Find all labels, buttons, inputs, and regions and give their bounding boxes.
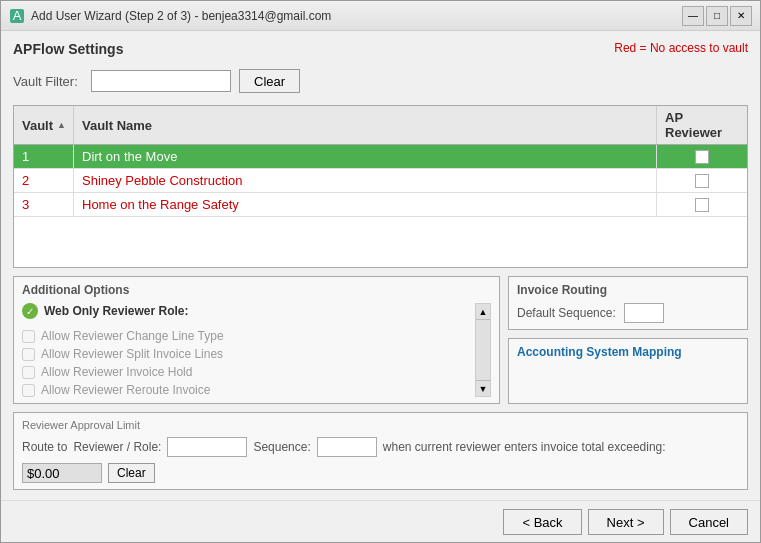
- option-item: Allow Reviewer Reroute Invoice: [22, 383, 475, 397]
- accounting-mapping-panel: Accounting System Mapping: [508, 338, 748, 404]
- vault-name-cell: Dirt on the Move: [74, 145, 657, 168]
- sequence-label: Sequence:: [253, 440, 310, 454]
- col-vault: Vault ▲: [14, 106, 74, 144]
- option-label: Allow Reviewer Reroute Invoice: [41, 383, 210, 397]
- main-content: APFlow Settings Red = No access to vault…: [1, 31, 760, 500]
- web-reviewer-row: Web Only Reviewer Role:: [22, 303, 475, 319]
- web-reviewer-label: Web Only Reviewer Role:: [44, 304, 189, 318]
- vault-num-cell: 2: [14, 169, 74, 192]
- scroll-up-button[interactable]: ▲: [476, 304, 490, 320]
- scrollbar[interactable]: ▲ ▼: [475, 303, 491, 397]
- table-row[interactable]: 3 Home on the Range Safety: [14, 193, 747, 217]
- vault-name-cell: Home on the Range Safety: [74, 193, 657, 216]
- sequence-input[interactable]: [317, 437, 377, 457]
- scroll-down-button[interactable]: ▼: [476, 380, 490, 396]
- invoice-routing-panel: Invoice Routing Default Sequence:: [508, 276, 748, 330]
- bottom-panels: Additional Options Web Only Reviewer Rol…: [13, 276, 748, 404]
- svg-text:A: A: [13, 8, 22, 23]
- cancel-button[interactable]: Cancel: [670, 509, 748, 535]
- vault-filter-row: Vault Filter: Clear: [13, 69, 748, 93]
- additional-options-title: Additional Options: [22, 283, 491, 297]
- default-seq-row: Default Sequence:: [517, 303, 739, 323]
- title-bar: A Add User Wizard (Step 2 of 3) - benjea…: [1, 1, 760, 31]
- amount-input[interactable]: [22, 463, 102, 483]
- accounting-title: Accounting System Mapping: [517, 345, 739, 359]
- vault-table-header: Vault ▲ Vault Name AP Reviewer: [14, 106, 747, 145]
- default-seq-label: Default Sequence:: [517, 306, 616, 320]
- vault-filter-label: Vault Filter:: [13, 74, 83, 89]
- vault-filter-input[interactable]: [91, 70, 231, 92]
- allow-split-invoice-checkbox[interactable]: [22, 348, 35, 361]
- minimize-button[interactable]: —: [682, 6, 704, 26]
- vault-num-cell: 1: [14, 145, 74, 168]
- main-window: A Add User Wizard (Step 2 of 3) - benjea…: [0, 0, 761, 543]
- ap-reviewer-checkbox[interactable]: [695, 150, 709, 164]
- red-note: Red = No access to vault: [614, 41, 748, 55]
- option-label: Allow Reviewer Split Invoice Lines: [41, 347, 223, 361]
- approval-row: Route to Reviewer / Role: Sequence: when…: [22, 437, 739, 483]
- vault-filter-clear-button[interactable]: Clear: [239, 69, 300, 93]
- window-title: Add User Wizard (Step 2 of 3) - benjea33…: [31, 9, 682, 23]
- right-panels: Invoice Routing Default Sequence: Accoun…: [508, 276, 748, 404]
- web-reviewer-check-icon: [22, 303, 38, 319]
- allow-invoice-hold-checkbox[interactable]: [22, 366, 35, 379]
- when-label: when current reviewer enters invoice tot…: [383, 440, 666, 454]
- default-sequence-input[interactable]: [624, 303, 664, 323]
- option-label: Allow Reviewer Change Line Type: [41, 329, 224, 343]
- back-button[interactable]: < Back: [503, 509, 581, 535]
- col-ap-reviewer: AP Reviewer: [657, 106, 747, 144]
- option-item: Allow Reviewer Split Invoice Lines: [22, 347, 475, 361]
- ap-reviewer-checkbox[interactable]: [695, 174, 709, 188]
- options-content: Web Only Reviewer Role: Allow Reviewer C…: [22, 303, 491, 397]
- reviewer-role-input[interactable]: [167, 437, 247, 457]
- sort-arrow-icon: ▲: [57, 120, 66, 130]
- vault-table-body: 1 Dirt on the Move 2 Shiney Pebble Const…: [14, 145, 747, 267]
- next-button[interactable]: Next >: [588, 509, 664, 535]
- reviewer-role-label: Reviewer / Role:: [73, 440, 161, 454]
- allow-reroute-checkbox[interactable]: [22, 384, 35, 397]
- reviewer-approval-title: Reviewer Approval Limit: [22, 419, 739, 431]
- footer-buttons: < Back Next > Cancel: [1, 500, 760, 543]
- option-item: Allow Reviewer Change Line Type: [22, 329, 475, 343]
- allow-change-line-checkbox[interactable]: [22, 330, 35, 343]
- app-icon: A: [9, 8, 25, 24]
- approval-clear-button[interactable]: Clear: [108, 463, 155, 483]
- page-title: APFlow Settings: [13, 41, 123, 57]
- ap-reviewer-cell: [657, 193, 747, 216]
- vault-table: Vault ▲ Vault Name AP Reviewer 1 Dirt on…: [13, 105, 748, 268]
- maximize-button[interactable]: □: [706, 6, 728, 26]
- options-list: Web Only Reviewer Role: Allow Reviewer C…: [22, 303, 475, 397]
- ap-reviewer-cell: [657, 145, 747, 168]
- additional-options-panel: Additional Options Web Only Reviewer Rol…: [13, 276, 500, 404]
- window-controls: — □ ✕: [682, 6, 752, 26]
- col-vault-name: Vault Name: [74, 106, 657, 144]
- option-label: Allow Reviewer Invoice Hold: [41, 365, 192, 379]
- reviewer-approval-panel: Reviewer Approval Limit Route to Reviewe…: [13, 412, 748, 490]
- vault-num-cell: 3: [14, 193, 74, 216]
- ap-reviewer-checkbox[interactable]: [695, 198, 709, 212]
- ap-reviewer-cell: [657, 169, 747, 192]
- empty-rows: [14, 217, 747, 267]
- table-row[interactable]: 2 Shiney Pebble Construction: [14, 169, 747, 193]
- vault-name-cell: Shiney Pebble Construction: [74, 169, 657, 192]
- route-to-label: Route to: [22, 440, 67, 454]
- invoice-routing-title: Invoice Routing: [517, 283, 739, 297]
- option-item: Allow Reviewer Invoice Hold: [22, 365, 475, 379]
- table-row[interactable]: 1 Dirt on the Move: [14, 145, 747, 169]
- close-button[interactable]: ✕: [730, 6, 752, 26]
